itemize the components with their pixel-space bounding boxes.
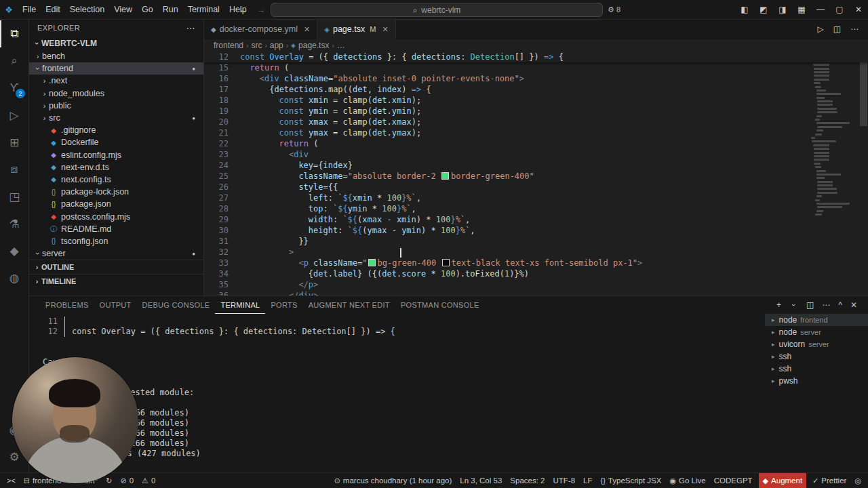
terminal-tab-pwsh[interactable]: ▸pwsh	[765, 375, 868, 387]
terminal-tab-node-server[interactable]: ▸nodeserver	[765, 326, 868, 338]
code-line-24[interactable]: 24key={index}	[204, 160, 868, 171]
terminal-tab-ssh[interactable]: ▸ssh	[765, 350, 868, 363]
file-eslint-config-mjs[interactable]: ◆eslint.config.mjs	[29, 149, 203, 161]
code-line-15[interactable]: 15return (	[204, 62, 868, 73]
code-line-12[interactable]: 12const Overlay = ({ detections }: { det…	[204, 52, 868, 62]
folder-node-modules[interactable]: ›node_modules	[29, 87, 203, 100]
command-center-search[interactable]: ⌕ webrtc-vlm	[271, 3, 603, 17]
menu-view[interactable]: View	[109, 0, 137, 19]
toggle-panel-icon[interactable]: ◩	[754, 5, 773, 14]
split-editor-icon[interactable]: ◫	[833, 24, 841, 34]
titlebar-gear-badge[interactable]: ⚙ 8	[608, 0, 620, 19]
menu-go[interactable]: Go	[137, 0, 158, 19]
panel-more-actions-icon[interactable]: ⋯	[822, 300, 830, 310]
panel-tab-output[interactable]: OUTPUT	[94, 296, 137, 314]
menu-terminal[interactable]: Terminal	[183, 0, 224, 19]
panel-tab-debug-console[interactable]: DEBUG CONSOLE	[137, 296, 216, 314]
code-line-20[interactable]: 20const xmax = clamp(det.xmax);	[204, 117, 868, 127]
close-icon[interactable]: ✕	[849, 5, 868, 14]
status-errors[interactable]: ⊘0	[116, 473, 138, 488]
file-tsconfig-json[interactable]: {}tsconfig.json	[29, 235, 203, 247]
activity-testing[interactable]: ⚗	[0, 210, 28, 237]
code-line-18[interactable]: 18const xmin = clamp(det.xmin);	[204, 95, 868, 106]
code-line-31[interactable]: 31}}	[204, 236, 868, 247]
panel-tab-postman-console[interactable]: POSTMAN CONSOLE	[395, 296, 485, 314]
activity-source-control[interactable]: ϒ2	[0, 75, 28, 102]
terminal[interactable]: 1112const Overlay = ({ detections }: { d…	[29, 314, 765, 473]
folder-next[interactable]: ›.next	[29, 75, 203, 87]
nav-back-icon[interactable]: ←	[239, 5, 248, 15]
activity-docker[interactable]: ◳	[0, 183, 28, 210]
editor-scrollbar[interactable]	[859, 52, 868, 296]
file-dockerfile[interactable]: ◆Dockerfile	[29, 136, 203, 148]
code-line-35[interactable]: 35</p>	[204, 279, 868, 290]
minimize-icon[interactable]: —	[811, 5, 830, 14]
code-line-28[interactable]: 28top: `${ymin * 100}%`,	[204, 203, 868, 214]
status-indentation[interactable]: Spaces: 2	[506, 473, 549, 488]
status-encoding[interactable]: UTF-8	[549, 473, 579, 488]
code-line-32[interactable]: 32>	[204, 247, 868, 258]
activity-run-and-debug[interactable]: ▷	[0, 102, 28, 129]
status-codegpt[interactable]: CODEGPT	[710, 473, 757, 488]
code-line-16[interactable]: 16<div className="absolute inset-0 point…	[204, 73, 868, 84]
panel-tab-augment-next-edit[interactable]: AUGMENT NEXT EDIT	[303, 296, 395, 314]
activity-remote-explorer[interactable]: ⧈	[0, 156, 28, 183]
maximize-icon[interactable]: ▢	[830, 5, 849, 14]
scrollbar-slider[interactable]	[860, 52, 867, 126]
toggle-secondary-sidebar-icon[interactable]: ◨	[773, 5, 792, 14]
file-next-env-d-ts[interactable]: ◆next-env.d.ts	[29, 161, 203, 174]
maximize-panel-icon[interactable]: ^	[838, 300, 842, 310]
vscode-logo-icon[interactable]: ❖	[0, 5, 18, 15]
file-package-json[interactable]: {}package.json	[29, 198, 203, 210]
code-line-25[interactable]: 25className="absolute border-2 border-gr…	[204, 171, 868, 182]
menu-run[interactable]: Run	[158, 0, 183, 19]
status-language-mode[interactable]: {}TypeScript JSX	[596, 473, 665, 488]
breadcrumb-page-tsx[interactable]: ◈page.tsx	[291, 41, 329, 50]
breadcrumb-more[interactable]: …	[337, 41, 345, 50]
code-line-36[interactable]: 36</div>	[204, 290, 868, 296]
code-editor[interactable]: 12const Overlay = ({ detections }: { det…	[204, 52, 868, 296]
close-panel-icon[interactable]: ✕	[850, 300, 857, 310]
close-tab-icon[interactable]: ✕	[304, 25, 310, 34]
code-line-33[interactable]: 33<p className="bg-green-400 text-black …	[204, 258, 868, 268]
file-gitignore[interactable]: ◆.gitignore	[29, 124, 203, 136]
menu-file[interactable]: File	[18, 0, 41, 19]
file-postcss-config-mjs[interactable]: ◆postcss.config.mjs	[29, 210, 203, 222]
status-cursor-position[interactable]: Ln 3, Col 53	[456, 473, 506, 488]
folder-src[interactable]: ›src●	[29, 112, 203, 124]
status-augment[interactable]: ◆Augment	[759, 473, 807, 488]
run-file-icon[interactable]: ▷	[817, 24, 823, 34]
file-package-lock-json[interactable]: {}package-lock.json	[29, 186, 203, 198]
activity-postman[interactable]: ◍	[0, 264, 28, 291]
menu-selection[interactable]: Selection	[65, 0, 109, 19]
status-warnings[interactable]: ⚠0	[138, 473, 159, 488]
explorer-more-actions-icon[interactable]: ⋯	[186, 23, 195, 33]
tab-page-tsx[interactable]: ◈page.tsxM✕	[317, 19, 395, 39]
minimap[interactable]	[810, 53, 859, 296]
panel-tab-ports[interactable]: PORTS	[265, 296, 302, 314]
new-terminal-icon[interactable]: +	[776, 300, 781, 310]
terminal-profile-dropdown-icon[interactable]: ›	[789, 301, 797, 310]
code-line-19[interactable]: 19const ymin = clamp(det.ymin);	[204, 106, 868, 117]
code-line-22[interactable]: 22return (	[204, 138, 868, 149]
panel-tab-problems[interactable]: PROBLEMS	[40, 296, 94, 314]
tab-docker-compose-yml[interactable]: ◆docker-compose.yml✕	[204, 19, 317, 39]
panel-tab-terminal[interactable]: TERMINAL	[215, 296, 265, 314]
file-next-config-ts[interactable]: ◆next.config.ts	[29, 174, 203, 186]
breadcrumb-app[interactable]: app	[270, 41, 283, 50]
status-notifications-bell[interactable]: ◎	[850, 473, 865, 488]
breadcrumb-src[interactable]: src	[251, 41, 262, 50]
section-timeline[interactable]: ›TIMELINE	[29, 274, 203, 288]
terminal-tab-ssh[interactable]: ▸ssh	[765, 363, 868, 375]
status-eol-sequence[interactable]: LF	[579, 473, 596, 488]
code-line-23[interactable]: 23<div	[204, 149, 868, 160]
folder-bench[interactable]: ›bench	[29, 50, 203, 62]
status-go-live[interactable]: ◉Go Live	[665, 473, 709, 488]
folder-frontend[interactable]: ›frontend●	[29, 62, 203, 75]
terminal-tab-uvicorn-server[interactable]: ▸uvicornserver	[765, 338, 868, 350]
code-line-27[interactable]: 27left: `${xmin * 100}%`,	[204, 192, 868, 203]
customize-layout-icon[interactable]: ▦	[792, 5, 811, 14]
folder-webrtc-vlm[interactable]: ›WEBRTC-VLM	[29, 37, 203, 50]
activity-explorer[interactable]: ⧉	[0, 20, 28, 47]
menu-edit[interactable]: Edit	[41, 0, 65, 19]
